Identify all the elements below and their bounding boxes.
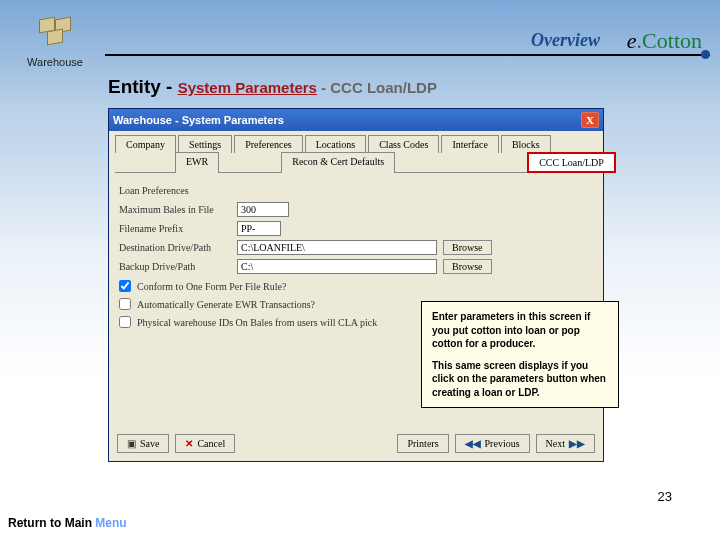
brand-ecotton: e.Cotton [627,28,702,54]
conform-checkbox[interactable] [119,280,131,292]
prev-icon: ◀◀ [465,438,481,449]
dest-label: Destination Drive/Path [119,242,237,253]
help-callout: Enter parameters in this screen if you p… [421,301,619,408]
auto-ewr-checkbox[interactable] [119,298,131,310]
prefix-input[interactable] [237,221,281,236]
backup-input[interactable] [237,259,437,274]
browse-dest-button[interactable]: Browse [443,240,492,255]
tab-ccc-loan-ldp[interactable]: CCC Loan/LDP [527,152,616,173]
crumb-sys: System Parameters [178,79,317,96]
divider [105,54,710,56]
logo-label: Warehouse [10,56,100,68]
callout-p2: This same screen displays if you click o… [432,359,608,400]
auto-ewr-label: Automatically Generate EWR Transactions? [137,299,315,310]
tab-ewr[interactable]: EWR [175,152,219,173]
disk-icon: ▣ [127,438,136,449]
next-button[interactable]: Next ▶▶ [536,434,595,453]
breadcrumb: Entity - System Parameters - CCC Loan/LD… [108,76,437,98]
prefix-label: Filename Prefix [119,223,237,234]
physical-whs-checkbox[interactable] [119,316,131,328]
tab-locations[interactable]: Locations [305,135,366,153]
tab-settings[interactable]: Settings [178,135,232,153]
boxes-icon [31,16,79,56]
system-parameters-window: Warehouse - System Parameters X Company … [108,108,604,462]
line-dot [701,50,710,59]
save-button[interactable]: ▣ Save [117,434,169,453]
crumb-tail: CCC Loan/LDP [330,79,437,96]
printers-button[interactable]: Printers [397,434,448,453]
tab-recon[interactable]: Recon & Cert Defaults [281,152,395,173]
tab-class-codes[interactable]: Class Codes [368,135,439,153]
tab-interface[interactable]: Interface [441,135,499,153]
page-number: 23 [658,489,672,504]
tab-company[interactable]: Company [115,135,176,153]
tab-row-2: EWR Recon & Cert Defaults CCC Loan/LDP [109,152,603,172]
callout-p1: Enter parameters in this screen if you p… [432,310,608,351]
tab-blocks[interactable]: Blocks [501,135,551,153]
return-link[interactable]: Return to Main Menu [8,516,127,530]
next-icon: ▶▶ [569,438,585,449]
max-bales-label: Maximum Bales in File [119,204,237,215]
cancel-button[interactable]: ✕ Cancel [175,434,235,453]
browse-backup-button[interactable]: Browse [443,259,492,274]
button-bar: ▣ Save ✕ Cancel Printers ◀◀ Previous Nex… [117,434,595,453]
cancel-icon: ✕ [185,438,193,449]
group-title: Loan Preferences [119,185,593,196]
close-icon[interactable]: X [581,112,599,128]
previous-button[interactable]: ◀◀ Previous [455,434,530,453]
dest-input[interactable] [237,240,437,255]
window-title: Warehouse - System Parameters [113,114,284,126]
crumb-entity: Entity [108,76,161,97]
tab-preferences[interactable]: Preferences [234,135,303,153]
warehouse-logo: Warehouse [10,16,100,68]
titlebar: Warehouse - System Parameters X [109,109,603,131]
overview-title: Overview [531,30,600,51]
tab-row-1: Company Settings Preferences Locations C… [109,131,603,152]
backup-label: Backup Drive/Path [119,261,237,272]
physical-whs-label: Physical warehouse IDs On Bales from use… [137,317,377,328]
max-bales-input[interactable] [237,202,289,217]
conform-label: Conform to One Form Per File Rule? [137,281,286,292]
slide-header: Warehouse Overview e.Cotton [10,10,710,70]
